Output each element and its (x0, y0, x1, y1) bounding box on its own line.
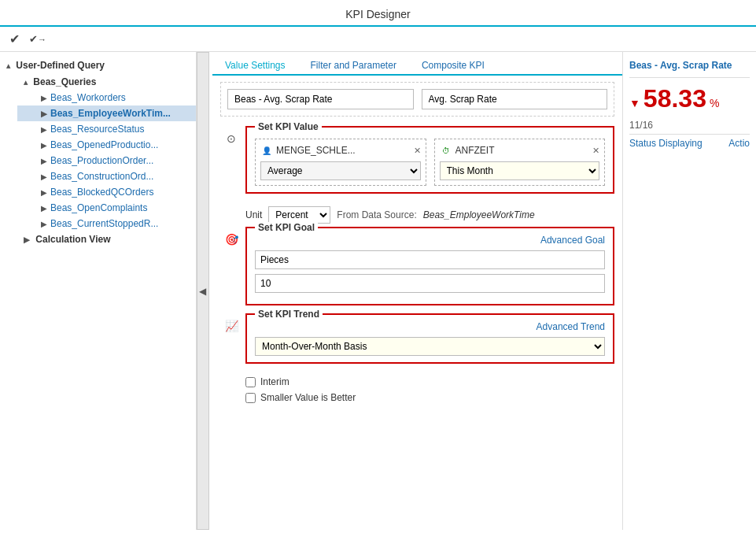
set-kpi-goal-section: Set KPI Goal Advanced Goal (245, 227, 614, 305)
tree-root-user-defined-query[interactable]: ▴ User-Defined Query (0, 57, 196, 74)
set-kpi-value-section: Set KPI Value 👤 MENGE_SCHLE... ✕ (245, 126, 614, 194)
kpi-name-field1[interactable] (227, 89, 414, 109)
advanced-goal-link[interactable]: Advanced Goal (540, 235, 605, 246)
kpi-preview-title: Beas - Avg. Scrap Rate (629, 60, 750, 71)
kpi-action-link[interactable]: Actio (728, 138, 750, 149)
kpi-status-link[interactable]: Status Displaying (629, 138, 703, 149)
save-close-button[interactable]: ✔→ (29, 33, 46, 45)
sidebar-toggle-button[interactable]: ◀ (197, 52, 209, 530)
sidebar-item-beas-blocked-qcorders[interactable]: ▶Beas_BlockedQCOrders (17, 184, 196, 200)
tab-value-settings[interactable]: Value Settings (220, 57, 290, 76)
sidebar-item-beas-opened-production[interactable]: ▶Beas_OpenedProductio... (17, 137, 196, 153)
field2-close-button[interactable]: ✕ (592, 146, 599, 156)
unit-dropdown[interactable]: Percent Number Currency (268, 206, 330, 224)
from-source-label: From Data Source: (337, 209, 416, 220)
kpi-name-field2[interactable] (422, 89, 608, 109)
sidebar-item-beas-employee-worktime[interactable]: ▶Beas_EmployeeWorkTim... (17, 105, 196, 121)
advanced-trend-link[interactable]: Advanced Trend (537, 321, 605, 332)
smaller-value-checkbox[interactable] (245, 393, 256, 403)
unit-label: Unit (245, 209, 262, 220)
trend-dropdown[interactable]: Month-Over-Month Basis Year-Over-Year Ba… (255, 337, 605, 356)
kpi-name-row (220, 82, 614, 117)
kpi-date: 11/16 (629, 120, 750, 131)
kpi-status-row: Status Displaying Actio (629, 138, 750, 149)
sidebar-item-beas-workorders[interactable]: ▶Beas_Workorders (17, 90, 196, 105)
field1-close-button[interactable]: ✕ (414, 146, 421, 156)
set-kpi-trend-label: Set KPI Trend (255, 309, 323, 320)
smaller-value-label: Smaller Value is Better (260, 392, 356, 403)
kpi-trend-arrow-icon: ▼ (629, 97, 640, 109)
tree-group-calculation-view[interactable]: ▶ Calculation View (9, 231, 196, 247)
smaller-value-checkbox-row: Smaller Value is Better (220, 392, 614, 403)
kpi-goal-icon: 🎯 (225, 233, 238, 246)
field1-icon: 👤 (260, 144, 273, 157)
tree-root-label: User-Defined Query (16, 60, 105, 71)
unit-row: Unit Percent Number Currency From Data S… (220, 206, 614, 224)
tree-group-beas-queries[interactable]: ▴ Beas_Queries (9, 74, 196, 90)
tab-composite-kpi[interactable]: Composite KPI (417, 57, 489, 74)
kpi-preview-panel: Beas - Avg. Scrap Rate ▼ 58.33 % 11/16 S… (622, 52, 756, 530)
set-kpi-trend-section: Set KPI Trend Advanced Trend Month-Over-… (245, 313, 614, 364)
tab-filter-parameter[interactable]: Filter and Parameter (306, 57, 401, 74)
field2-icon: ⏱ (440, 144, 452, 157)
save-button[interactable]: ✔ (9, 31, 20, 46)
sidebar-item-beas-current-stopped[interactable]: ▶Beas_CurrentStoppedR... (17, 216, 196, 231)
tree-group-calc-label: Calculation View (35, 234, 110, 245)
kpi-value-display: ▼ 58.33 % (629, 84, 750, 113)
tab-bar: Value Settings Filter and Parameter Comp… (212, 52, 622, 76)
sidebar-item-beas-construction-ord[interactable]: ▶Beas_ConstructionOrd... (17, 168, 196, 184)
page-title: KPI Designer (345, 8, 410, 20)
interim-checkbox-row: Interim (220, 376, 614, 387)
goal-value-input[interactable] (255, 274, 605, 293)
interim-checkbox[interactable] (245, 377, 256, 387)
kpi-value-field2: ⏱ ANFZEIT ✕ This Month Last Month This Y… (434, 139, 606, 186)
set-kpi-goal-label: Set KPI Goal (255, 222, 318, 233)
goal-name-input[interactable] (255, 250, 605, 269)
sidebar-item-beas-production-order[interactable]: ▶Beas_ProductionOrder... (17, 153, 196, 168)
field2-name: ANFZEIT (455, 145, 590, 156)
field2-period-dropdown[interactable]: This Month Last Month This Year Last Yea… (440, 161, 600, 180)
field1-aggregation-dropdown[interactable]: Average Sum Min Max Count (260, 161, 421, 180)
tree-group-label: Beas_Queries (33, 76, 96, 87)
kpi-trend-icon: 📈 (225, 320, 238, 332)
sidebar-item-beas-resource-status[interactable]: ▶Beas_ResourceStatus (17, 121, 196, 137)
center-content: Value Settings Filter and Parameter Comp… (209, 52, 622, 530)
kpi-big-number: 58.33 (644, 84, 706, 113)
from-source-value: Beas_EmployeeWorkTime (423, 209, 535, 220)
sidebar: ▴ User-Defined Query ▴ Beas_Queries ▶Bea… (0, 52, 197, 530)
tree-root-arrow: ▴ (6, 61, 10, 70)
kpi-value-field1: 👤 MENGE_SCHLE... ✕ Average Sum Min Max (255, 139, 426, 186)
interim-label: Interim (260, 376, 289, 387)
sidebar-item-beas-open-complaints[interactable]: ▶Beas_OpenComplaints (17, 200, 196, 216)
kpi-unit-display: % (710, 97, 719, 109)
tree-items: ▶Beas_Workorders ▶Beas_EmployeeWorkTim..… (9, 90, 196, 231)
field1-name: MENGE_SCHLE... (276, 145, 411, 156)
kpi-value-icon: ⊙ (227, 132, 236, 145)
set-kpi-value-label: Set KPI Value (255, 121, 322, 132)
